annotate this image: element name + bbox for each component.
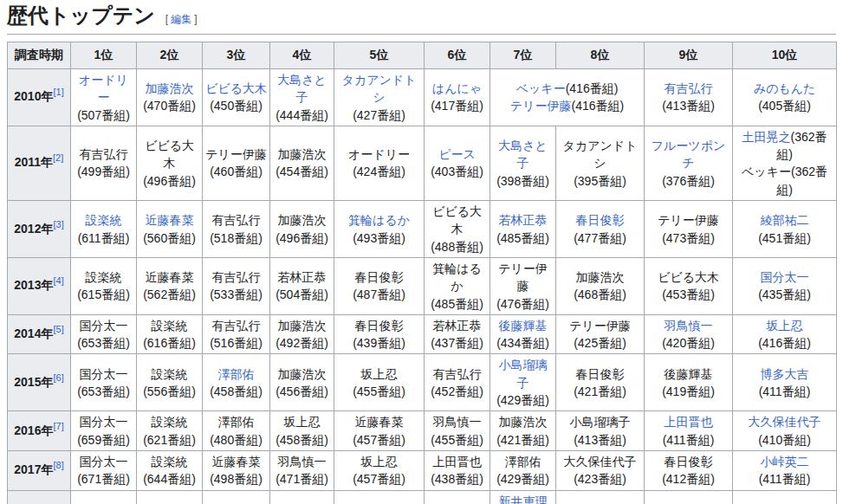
year-label: 2017年 bbox=[14, 462, 53, 476]
rank-cell: 小峠英二(411番組) bbox=[733, 450, 837, 490]
cell-name-line: 有吉弘行 bbox=[205, 317, 267, 334]
footnote-ref-link[interactable]: [3] bbox=[53, 219, 63, 229]
footnote-ref-link[interactable]: [4] bbox=[53, 276, 63, 287]
person-link[interactable]: 有吉弘行 bbox=[665, 81, 713, 95]
rank-cell: 春日俊彰(412番組) bbox=[645, 450, 733, 490]
person-link[interactable]: タカアンドトシ bbox=[342, 73, 417, 104]
cell-count-line: (439番組) bbox=[337, 334, 421, 352]
cell-entry-line: ベッキー(362番組) bbox=[736, 163, 833, 198]
cell-count-line: (659番組) bbox=[74, 431, 133, 449]
cell-count-line: (405番組) bbox=[736, 97, 833, 114]
year-cell: 2010年[1] bbox=[8, 69, 71, 126]
cell-count-line: (470番組) bbox=[139, 97, 199, 114]
rank-cell: テリー伊藤(425番組) bbox=[556, 314, 645, 354]
top-ten-table: 調査時期1位2位3位4位5位6位7位8位9位10位 2010年[1]オードリー(… bbox=[7, 42, 837, 504]
program-count: (518番組) bbox=[210, 231, 263, 245]
rank-cell: 設楽統(563番組) bbox=[137, 490, 203, 504]
table-body: 2010年[1]オードリー(507番組)加藤浩次(470番組)ビビる大木(450… bbox=[8, 69, 837, 504]
footnote-ref-link[interactable]: [1] bbox=[53, 87, 63, 98]
person-link[interactable]: ピース bbox=[438, 147, 476, 161]
person-link[interactable]: ベッキー bbox=[516, 81, 566, 95]
program-count: (616番組) bbox=[143, 336, 196, 350]
person-link[interactable]: 大島さと子 bbox=[277, 73, 327, 104]
cell-count-line: (488番組) bbox=[427, 238, 487, 255]
rank-cell: 博多大吉(492番組) bbox=[270, 490, 334, 504]
cell-count-line: (458番組) bbox=[205, 383, 267, 400]
person-link[interactable]: 国分太一 bbox=[761, 270, 809, 284]
program-count: (477番組) bbox=[574, 231, 626, 245]
cell-name-line: ビビる大木 bbox=[205, 80, 267, 97]
rank-cell: 国分太一(435番組) bbox=[733, 257, 837, 314]
person-link[interactable]: フルーツポンチ bbox=[652, 139, 726, 170]
person-link[interactable]: 近藤春菜 bbox=[146, 213, 194, 227]
cell-count-line: (456番組) bbox=[273, 383, 331, 400]
rank-cell: タカアンドトシ(395番組) bbox=[556, 126, 645, 200]
cell-name-line: テリー伊藤 bbox=[647, 211, 730, 229]
cell-count-line: (429番組) bbox=[493, 391, 553, 409]
cell-count-line: (487番組) bbox=[337, 286, 421, 303]
cell-count-line: (504番組) bbox=[273, 286, 331, 303]
rank-cell: 新井恵理那(443番組) bbox=[490, 490, 556, 504]
person-link[interactable]: ビビる大木 bbox=[205, 81, 267, 95]
column-header-rank: 2位 bbox=[137, 42, 203, 69]
rank-cell: 綾部祐二(451番組) bbox=[733, 201, 837, 258]
cell-name-line: 国分太一 bbox=[736, 268, 833, 286]
person-link[interactable]: 春日俊彰 bbox=[576, 213, 625, 227]
edit-link[interactable]: 編集 bbox=[171, 13, 191, 25]
person-link[interactable]: みのもんた bbox=[754, 81, 816, 95]
person-link[interactable]: はんにゃ bbox=[432, 81, 482, 95]
person-link[interactable]: 後藤輝基 bbox=[499, 319, 548, 333]
person-link[interactable]: テリー伊藤 bbox=[510, 99, 572, 113]
person-link[interactable]: 大島さと子 bbox=[498, 139, 548, 170]
cell-name-line: みのもんた bbox=[736, 80, 833, 97]
footnote-ref-link[interactable]: [7] bbox=[53, 421, 63, 431]
rank-cell: 有吉弘行(413番組) bbox=[645, 69, 733, 126]
person-link[interactable]: 土田晃之 bbox=[742, 130, 790, 144]
person-link[interactable]: 箕輪はるか bbox=[348, 213, 410, 227]
rank-cell: 設楽統(644番組) bbox=[137, 450, 203, 490]
column-header-rank: 7位 bbox=[490, 42, 556, 69]
rank-cell: 大島さと子(398番組) bbox=[490, 126, 556, 200]
person-link[interactable]: 綾部祐二 bbox=[761, 213, 809, 227]
rank-cell: 澤部佑(458番組) bbox=[203, 354, 270, 411]
person-link[interactable]: 博多大吉 bbox=[761, 367, 809, 381]
rank-cell: 若林正恭(426番組) bbox=[556, 490, 645, 504]
cell-count-line: (458番組) bbox=[273, 431, 331, 449]
person-link[interactable]: 小峠英二 bbox=[761, 455, 809, 468]
person-link[interactable]: 大久保佳代子 bbox=[749, 415, 821, 429]
person-link[interactable]: 羽鳥慎一 bbox=[665, 319, 713, 333]
person-name: 設楽統 bbox=[86, 270, 122, 284]
person-link[interactable]: 坂上忍 bbox=[767, 319, 803, 333]
footnote-ref-link[interactable]: [8] bbox=[53, 461, 63, 471]
rank-cell: ビビる大木(453番組) bbox=[645, 257, 733, 314]
person-link[interactable]: 上田晋也 bbox=[665, 415, 713, 429]
person-name: 有吉弘行 bbox=[433, 367, 482, 381]
person-link[interactable]: 設楽統 bbox=[86, 213, 122, 227]
footnote-ref-link[interactable]: [2] bbox=[53, 153, 63, 164]
column-header-rank: 10位 bbox=[733, 42, 837, 69]
footnote-ref-link[interactable]: [5] bbox=[53, 325, 63, 335]
person-link[interactable]: 澤部佑 bbox=[218, 367, 255, 381]
rank-cell: 加藤浩次(454番組) bbox=[270, 126, 334, 200]
cell-count-line: (476番組) bbox=[493, 295, 553, 313]
cell-name-line: 国分太一 bbox=[74, 453, 133, 470]
cell-count-line: (376番組) bbox=[647, 172, 730, 190]
person-link[interactable]: 若林正恭 bbox=[499, 213, 548, 227]
cell-name-line: 春日俊彰 bbox=[337, 268, 421, 286]
person-name: 春日俊彰 bbox=[355, 319, 404, 333]
footnote-ref-link[interactable]: [6] bbox=[53, 372, 63, 383]
person-link[interactable]: 加藤浩次 bbox=[146, 81, 194, 95]
cell-name-line: 設楽統 bbox=[139, 317, 199, 334]
person-link[interactable]: オードリー bbox=[79, 73, 128, 104]
person-link[interactable]: 小島瑠璃子 bbox=[499, 358, 548, 389]
rank-cell: 坂上忍(458番組) bbox=[270, 411, 334, 451]
person-name: 澤部佑 bbox=[218, 415, 255, 429]
cell-entry-line: 土田晃之(362番組) bbox=[736, 128, 833, 164]
program-count: (438番組) bbox=[431, 472, 483, 486]
year-cell: 2012年[3] bbox=[8, 201, 71, 258]
person-link[interactable]: 新井恵理那 bbox=[499, 494, 548, 504]
rank-cell: 加藤浩次(468番組) bbox=[556, 257, 645, 314]
program-count: (411番組) bbox=[759, 384, 811, 398]
cell-count-line: (413番組) bbox=[647, 97, 730, 114]
cell-entry-line: ベッキー(416番組) bbox=[493, 80, 641, 97]
